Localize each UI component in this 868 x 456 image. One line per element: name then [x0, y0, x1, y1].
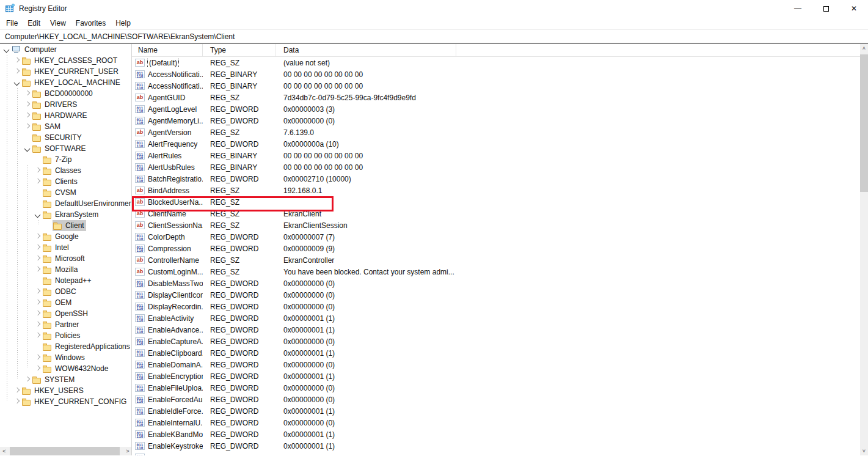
tree-item-microsoft[interactable]: Microsoft: [0, 253, 131, 264]
value-row-agentmemoryli-[interactable]: 011110AgentMemoryLi...REG_DWORD0x0000000…: [132, 115, 860, 127]
tree-item-openssh[interactable]: OpenSSH: [0, 308, 131, 319]
tree-item-security[interactable]: SECURITY: [0, 132, 131, 143]
tree-item-hkey-users[interactable]: HKEY_USERS: [0, 385, 131, 396]
close-button[interactable]: ✕: [840, 0, 868, 17]
tree-item-oem[interactable]: OEM: [0, 297, 131, 308]
value-row-agentloglevel[interactable]: 011110AgentLogLevelREG_DWORD0x00000003 (…: [132, 103, 860, 115]
chevron-right-icon[interactable]: [23, 122, 32, 131]
value-row-enabledomaina-[interactable]: 011110EnableDomainA...REG_DWORD0x0000000…: [132, 359, 860, 370]
menu-item-view[interactable]: View: [45, 19, 71, 28]
column-header-data[interactable]: Data: [275, 44, 456, 56]
chevron-right-icon[interactable]: [34, 353, 42, 362]
tree-item-sam[interactable]: SAM: [0, 121, 131, 132]
tree-item-software[interactable]: SOFTWARE: [0, 143, 131, 154]
value-row-accessnotificati-[interactable]: 011110AccessNotificati...REG_BINARY00 00…: [132, 68, 860, 80]
list-scrollbar-thumb[interactable]: [860, 54, 868, 192]
chevron-down-icon[interactable]: [34, 210, 42, 219]
value-row-customloginm-[interactable]: abCustomLoginM...REG_SZYou have been blo…: [132, 266, 860, 278]
chevron-right-icon[interactable]: [34, 254, 42, 263]
chevron-right-icon[interactable]: [34, 177, 42, 186]
chevron-right-icon[interactable]: [34, 287, 42, 296]
value-row-enableactivity[interactable]: 011110EnableActivityREG_DWORD0x00000001 …: [132, 312, 860, 324]
value-row-displayrecordin-[interactable]: 011110DisplayRecordin...REG_DWORD0x00000…: [132, 301, 860, 312]
value-row-alertusbrules[interactable]: 011110AlertUsbRulesREG_BINARY00 00 00 00…: [132, 161, 860, 173]
scroll-up-icon[interactable]: ˄: [860, 44, 868, 53]
chevron-right-icon[interactable]: [23, 100, 32, 109]
chevron-right-icon[interactable]: [34, 331, 42, 340]
tree-item-clients[interactable]: Clients: [0, 176, 131, 187]
chevron-right-icon[interactable]: [23, 375, 32, 384]
value-row-alertrules[interactable]: 011110AlertRulesREG_BINARY00 00 00 00 00…: [132, 150, 860, 161]
tree-item-registeredapplications[interactable]: RegisteredApplications: [0, 341, 131, 352]
chevron-right-icon[interactable]: [34, 309, 42, 318]
menu-item-favorites[interactable]: Favorites: [71, 19, 111, 28]
chevron-down-icon[interactable]: [2, 45, 11, 54]
value-row-enableforcedau-[interactable]: 011110EnableForcedAu...REG_DWORD0x000000…: [132, 394, 860, 405]
list-vertical-scrollbar[interactable]: ˄ ˅: [860, 44, 868, 455]
tree-item-bcd00000000[interactable]: BCD00000000: [0, 88, 131, 99]
column-header-type[interactable]: Type: [203, 44, 275, 56]
value-row-batchregistratio-[interactable]: 011110BatchRegistratio...REG_DWORD0x0000…: [132, 173, 860, 185]
tree-item-defaultuserenvironment[interactable]: DefaultUserEnvironment: [0, 198, 131, 209]
chevron-right-icon[interactable]: [13, 397, 21, 406]
chevron-right-icon[interactable]: [34, 232, 42, 241]
value-row-enableidleforce-[interactable]: 011110EnableIdleForce...REG_DWORD0x00000…: [132, 405, 860, 417]
value-row-enablekbandmo-[interactable]: 011110EnableKBandMo...REG_DWORD0x0000000…: [132, 428, 860, 440]
chevron-right-icon[interactable]: [13, 67, 21, 76]
chevron-right-icon[interactable]: [34, 166, 42, 175]
value-row-compression[interactable]: 011110CompressionREG_DWORD0x00000009 (9): [132, 243, 860, 254]
menu-item-file[interactable]: File: [1, 19, 23, 28]
chevron-down-icon[interactable]: [23, 144, 32, 153]
tree-item-classes[interactable]: Classes: [0, 165, 131, 176]
value-row-agentversion[interactable]: abAgentVersionREG_SZ7.6.139.0: [132, 127, 860, 138]
value-row-blockeduserna-[interactable]: abBlockedUserNa...REG_SZ: [132, 196, 860, 208]
address-bar[interactable]: Computer\HKEY_LOCAL_MACHINE\SOFTWARE\Ekr…: [0, 30, 868, 44]
value-row-enablecapturea-[interactable]: 011110EnableCaptureA...REG_DWORD0x000000…: [132, 336, 860, 347]
value-row-colordepth[interactable]: 011110ColorDepthREG_DWORD0x00000007 (7): [132, 231, 860, 243]
value-row-accessnotificati-[interactable]: 011110AccessNotificati...REG_BINARY00 00…: [132, 80, 860, 92]
value-row-alertfrequency[interactable]: 011110AlertFrequencyREG_DWORD0x0000000a …: [132, 138, 860, 150]
value-row-enableencryption[interactable]: 011110EnableEncryptionREG_DWORD0x0000000…: [132, 370, 860, 382]
value-row-controllername[interactable]: abControllerNameREG_SZEkranController: [132, 254, 860, 266]
value-row-enablekeystrokes[interactable]: 011110EnableKeystrokesREG_DWORD0x0000000…: [132, 440, 860, 452]
menu-item-help[interactable]: Help: [111, 19, 136, 28]
tree-item-mozilla[interactable]: Mozilla: [0, 264, 131, 275]
tree-item-hardware[interactable]: HARDWARE: [0, 110, 131, 121]
scroll-right-icon[interactable]: ˃: [123, 447, 132, 455]
tree-item-client[interactable]: Client: [0, 220, 131, 231]
value-row-clientsessionna-[interactable]: abClientSessionNa...REG_SZEkranClientSes…: [132, 219, 860, 231]
tree-item-7-zip[interactable]: 7-Zip: [0, 154, 131, 165]
tree-item-hkey-current-config[interactable]: HKEY_CURRENT_CONFIG: [0, 396, 131, 407]
chevron-right-icon[interactable]: [34, 243, 42, 252]
tree-item-notepad-[interactable]: Notepad++: [0, 275, 131, 286]
value-row-displayclienticon[interactable]: 011110DisplayClientIconREG_DWORD0x000000…: [132, 289, 860, 301]
tree-item-drivers[interactable]: DRIVERS: [0, 99, 131, 110]
chevron-down-icon[interactable]: [13, 78, 21, 87]
column-header-name[interactable]: Name: [132, 44, 203, 56]
minimize-button[interactable]: —: [784, 0, 812, 17]
tree-item-computer[interactable]: Computer: [0, 44, 131, 55]
tree-item-google[interactable]: Google: [0, 231, 131, 242]
value-row-bindaddress[interactable]: abBindAddressREG_SZ192.168.0.1: [132, 185, 860, 196]
scroll-down-icon[interactable]: ˅: [860, 447, 868, 455]
chevron-right-icon[interactable]: [23, 89, 32, 98]
tree-item-hkey-current-user[interactable]: HKEY_CURRENT_USER: [0, 66, 131, 77]
chevron-right-icon[interactable]: [34, 364, 42, 373]
value-row--default-[interactable]: ab(Default)REG_SZ(value not set): [132, 57, 860, 68]
tree-item-hkey-local-machine[interactable]: HKEY_LOCAL_MACHINE: [0, 77, 131, 88]
menu-item-edit[interactable]: Edit: [23, 19, 45, 28]
value-row-partial[interactable]: 011110: [132, 452, 860, 455]
tree-horizontal-scrollbar[interactable]: ˂ ˃: [0, 447, 132, 455]
value-row-enablefileuploa-[interactable]: 011110EnableFileUploa...REG_DWORD0x00000…: [132, 382, 860, 394]
tree-item-policies[interactable]: Policies: [0, 330, 131, 341]
tree-item-ekransystem[interactable]: EkranSystem: [0, 209, 131, 220]
chevron-right-icon[interactable]: [13, 56, 21, 65]
chevron-right-icon[interactable]: [13, 386, 21, 395]
scroll-left-icon[interactable]: ˂: [0, 447, 9, 455]
chevron-right-icon[interactable]: [34, 265, 42, 274]
chevron-right-icon[interactable]: [34, 320, 42, 329]
chevron-right-icon[interactable]: [23, 111, 32, 120]
tree-item-hkey-classes-root[interactable]: HKEY_CLASSES_ROOT: [0, 55, 131, 66]
tree-item-windows[interactable]: Windows: [0, 352, 131, 363]
tree-scrollbar-thumb[interactable]: [10, 447, 120, 455]
